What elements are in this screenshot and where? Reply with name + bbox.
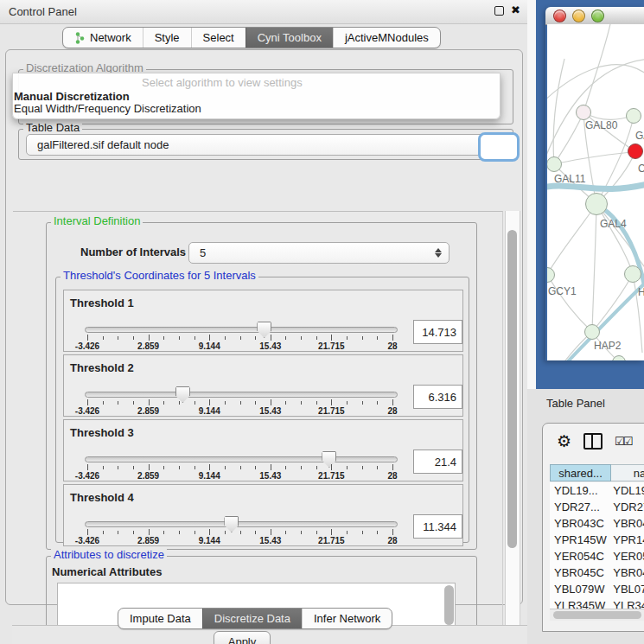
tab-label: Style bbox=[155, 31, 180, 44]
panel-title: Control Panel bbox=[9, 5, 77, 18]
slider-track[interactable] bbox=[85, 521, 398, 527]
attribute-item[interactable] bbox=[58, 590, 455, 594]
tick bbox=[103, 531, 104, 534]
tick-marks bbox=[85, 464, 396, 471]
tick bbox=[209, 335, 210, 341]
tab[interactable]: Style bbox=[143, 28, 191, 48]
threshold-slider[interactable]: -3.4262.8599.14415.4321.71528 bbox=[85, 325, 396, 351]
tab[interactable]: Select bbox=[191, 28, 245, 48]
threshold-panel: Threshold 1 -3.4262.8599.14415.4321.7152… bbox=[63, 290, 463, 352]
traffic-light[interactable] bbox=[553, 10, 566, 22]
threshold-value-field[interactable]: 6.316 bbox=[413, 385, 462, 409]
threshold-slider[interactable]: -3.4262.8599.14415.4321.71528 bbox=[85, 520, 396, 545]
threshold-slider[interactable]: -3.4262.8599.14415.4321.71528 bbox=[85, 390, 396, 416]
node-label: GAL11 bbox=[554, 173, 585, 185]
scale-label: -3.426 bbox=[75, 406, 99, 416]
popup-item-equal-width[interactable]: Equal Width/Frequency Discretization bbox=[14, 102, 201, 115]
tab[interactable]: Network bbox=[63, 28, 143, 48]
list-scrollbar-thumb[interactable] bbox=[444, 585, 454, 625]
tick bbox=[377, 531, 378, 534]
popup-item-manual[interactable]: Manual Discretization bbox=[14, 90, 130, 103]
close-icon[interactable]: ✖ bbox=[511, 5, 520, 16]
table-row[interactable]: YPR145W YPR14 bbox=[550, 532, 644, 548]
hscrollbar-thumb[interactable] bbox=[553, 611, 641, 619]
tab[interactable]: jActiveMNodules bbox=[333, 28, 440, 48]
tick bbox=[225, 466, 226, 469]
tick bbox=[194, 531, 195, 534]
slider-track[interactable] bbox=[85, 456, 398, 462]
table-row[interactable]: YDL19... YDL19 bbox=[550, 482, 644, 499]
threshold-value-field[interactable]: 14.713 bbox=[413, 320, 462, 344]
threshold-slider[interactable]: -3.4262.8599.14415.4321.71528 bbox=[85, 455, 396, 481]
float-window-icon[interactable] bbox=[494, 6, 504, 16]
network-node[interactable] bbox=[624, 265, 641, 283]
network-node[interactable] bbox=[576, 105, 591, 120]
tick bbox=[209, 464, 210, 470]
tick bbox=[301, 401, 302, 405]
scale-label: -3.426 bbox=[75, 341, 99, 351]
column-layout-icon[interactable] bbox=[583, 433, 603, 450]
tab-label: Cyni Toolbox bbox=[258, 31, 322, 44]
traffic-light[interactable] bbox=[591, 10, 604, 22]
node-label: H bbox=[638, 286, 644, 298]
select-columns-icon[interactable]: ☑☑ bbox=[615, 435, 631, 448]
threshold-value-field[interactable]: 21.4 bbox=[413, 450, 462, 474]
tab[interactable]: Cyni Toolbox bbox=[245, 28, 333, 48]
network-node[interactable] bbox=[628, 143, 643, 159]
algorithm-combo-focused[interactable] bbox=[478, 132, 520, 162]
network-node[interactable] bbox=[585, 193, 608, 215]
scale-label: 21.715 bbox=[318, 341, 345, 351]
cell-name: YER05 bbox=[609, 550, 644, 563]
network-node[interactable] bbox=[626, 108, 641, 124]
tab[interactable]: Impute Data bbox=[118, 609, 202, 628]
slider-track[interactable] bbox=[85, 327, 398, 333]
tick-marks bbox=[85, 399, 396, 406]
tick bbox=[271, 335, 271, 341]
network-window-titlebar[interactable] bbox=[545, 7, 644, 25]
panel-scrollbar[interactable] bbox=[505, 211, 520, 625]
table-row[interactable]: YDR27... YDR27 bbox=[550, 499, 644, 515]
tick bbox=[103, 336, 104, 340]
tick bbox=[179, 336, 180, 340]
column-header-name[interactable]: name bbox=[611, 464, 644, 481]
scale-label: 15.43 bbox=[259, 536, 281, 545]
tick bbox=[163, 531, 164, 534]
tab[interactable]: Infer Network bbox=[302, 609, 392, 628]
number-of-intervals-combo[interactable]: 5 bbox=[188, 242, 450, 264]
table-hscrollbar[interactable] bbox=[550, 609, 644, 621]
threshold-value-field[interactable]: 11.344 bbox=[413, 514, 462, 539]
tick bbox=[347, 336, 348, 340]
table-data-combo[interactable]: galFiltered.sif default node bbox=[26, 134, 508, 156]
group-title: Interval Definition bbox=[51, 215, 143, 227]
settings-scroll-area: Interval Definition Number of Intervals … bbox=[13, 211, 503, 627]
tick bbox=[194, 401, 195, 405]
tick bbox=[316, 466, 317, 469]
pane-divider[interactable] bbox=[527, 0, 536, 389]
network-canvas[interactable]: GAL80GAL2CGAL11GAL4GCY1HHAP2 bbox=[547, 24, 644, 360]
scale-label: 9.144 bbox=[199, 471, 220, 481]
tick bbox=[149, 335, 150, 341]
column-header-shared-name[interactable]: shared... bbox=[550, 464, 611, 481]
tick bbox=[133, 336, 134, 340]
network-node[interactable] bbox=[584, 324, 600, 340]
cell-name: YBL07 bbox=[609, 583, 644, 596]
tick bbox=[285, 531, 286, 534]
tick bbox=[377, 336, 378, 340]
tick bbox=[362, 466, 363, 469]
gear-icon[interactable]: ⚙ bbox=[557, 433, 571, 450]
combo-value: galFiltered.sif default node bbox=[27, 138, 493, 151]
tick bbox=[118, 336, 118, 340]
table-row[interactable]: YBR045C YBR04 bbox=[550, 564, 644, 581]
apply-button[interactable]: Apply bbox=[214, 631, 271, 644]
tab[interactable]: Discretize Data bbox=[202, 609, 302, 628]
tick bbox=[149, 399, 150, 405]
threshold-value: 11.344 bbox=[423, 520, 456, 533]
table-row[interactable]: YBL079W YBL07 bbox=[550, 581, 644, 597]
tick bbox=[133, 531, 134, 534]
traffic-light[interactable] bbox=[572, 10, 585, 22]
table-row[interactable]: YER054C YER05 bbox=[550, 548, 644, 564]
scrollbar-thumb[interactable] bbox=[507, 230, 517, 548]
apply-label: Apply bbox=[228, 635, 257, 644]
slider-track[interactable] bbox=[85, 392, 398, 398]
table-row[interactable]: YBR043C YBR04 bbox=[550, 515, 644, 532]
